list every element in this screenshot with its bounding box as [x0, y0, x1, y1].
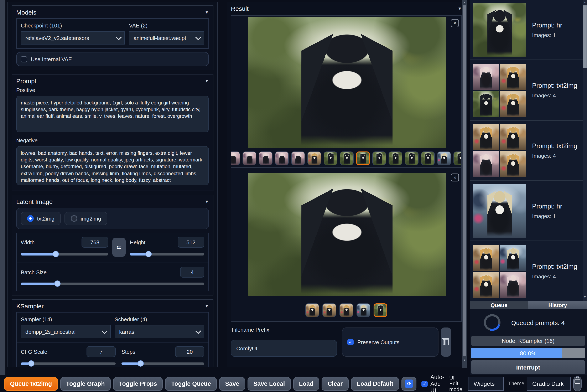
entry-thumbnail[interactable] — [473, 184, 526, 238]
entry-thumbnail[interactable] — [473, 3, 526, 56]
delete-outputs-button[interactable] — [441, 328, 451, 357]
widgets-select[interactable]: Widgets — [468, 376, 504, 391]
gallery-thumbnail[interactable] — [357, 303, 370, 317]
width-input[interactable]: 768 — [81, 237, 108, 248]
steps-slider[interactable] — [121, 362, 204, 365]
mode-img2img[interactable]: img2img — [64, 212, 107, 225]
scroll-up-icon[interactable]: ▲ — [462, 0, 467, 5]
gallery-thumbnail[interactable] — [307, 151, 321, 165]
auto-add-ui-checkbox[interactable]: ✓ — [422, 380, 428, 387]
main-scrollbar-thumb[interactable] — [463, 6, 466, 356]
batch-size-input[interactable]: 4 — [180, 267, 204, 278]
queue-panel: Queued prompts: 4 Node: KSampler (16) 80… — [470, 309, 587, 375]
height-slider[interactable] — [130, 253, 204, 256]
sidebar-scrollbar-thumb[interactable] — [583, 6, 587, 68]
history-entry[interactable]: Prompt: hr Images: 1 — [470, 0, 587, 60]
collapse-icon[interactable]: ▼ — [205, 10, 209, 14]
entry-thumbnail-grid[interactable] — [473, 64, 526, 117]
gallery-thumbnail[interactable] — [421, 151, 435, 165]
use-internal-vae-row[interactable]: Use Internal VAE — [16, 52, 209, 66]
ui-edit-mode-label: UI Edit mode — [449, 375, 465, 392]
gallery-thumbnail[interactable] — [339, 303, 353, 317]
negative-prompt-input[interactable]: lowres, bad anatomy, bad hands, text, er… — [16, 146, 209, 185]
sampler-dropdown[interactable]: dpmpp_2s_ancestral — [21, 325, 110, 338]
gallery-thumbnail[interactable] — [454, 151, 461, 165]
queue-txt2img-button[interactable]: Queue txt2img — [4, 377, 58, 390]
tab-queue[interactable]: Queue — [470, 301, 528, 309]
scheduler-dropdown[interactable]: karras — [115, 325, 204, 338]
gallery-thumbnail[interactable] — [405, 151, 419, 165]
toggle-queue-button[interactable]: Toggle Queue — [165, 377, 217, 390]
save-button[interactable]: Save — [219, 377, 245, 390]
result-gallery-strip-2 — [231, 301, 461, 319]
gallery-thumbnail[interactable] — [291, 151, 305, 165]
gallery-thumbnail[interactable] — [437, 151, 451, 165]
checkpoint-dropdown[interactable]: refslaveV2_v2.safetensors — [21, 31, 125, 44]
close-image-1-button[interactable]: ✕ — [451, 19, 459, 27]
gallery-thumbnail-selected[interactable] — [356, 151, 370, 165]
gallery-thumbnail[interactable] — [389, 151, 402, 165]
collapse-icon[interactable]: ▼ — [205, 199, 209, 204]
gallery-thumbnail[interactable] — [243, 151, 256, 165]
gallery-thumbnail[interactable] — [322, 303, 336, 317]
scroll-up-icon[interactable]: ▲ — [583, 0, 587, 5]
swap-dimensions-button[interactable]: ⇆ — [112, 238, 126, 257]
radio-unselected-icon[interactable] — [71, 215, 77, 222]
gallery-thumbnail[interactable] — [275, 151, 289, 165]
load-button[interactable]: Load — [293, 377, 319, 390]
radio-selected-icon[interactable] — [27, 215, 34, 222]
collapse-icon[interactable]: ▼ — [205, 304, 209, 308]
gallery-thumbnail[interactable] — [305, 303, 319, 317]
positive-prompt-input[interactable]: masterpiece, hyper detailed background, … — [16, 96, 209, 132]
save-local-button[interactable]: Save Local — [248, 377, 291, 390]
gallery-thumbnail-selected[interactable] — [374, 303, 387, 317]
width-label: Width — [21, 239, 34, 245]
gallery-thumbnail[interactable] — [372, 151, 386, 165]
close-image-2-button[interactable]: ✕ — [451, 174, 459, 182]
preserve-outputs-box[interactable]: ✓ Preserve Outputs — [342, 328, 439, 357]
collapse-icon[interactable]: ▼ — [458, 6, 462, 11]
vae-dropdown[interactable]: animefull-latest.vae.pt — [129, 31, 204, 44]
width-slider[interactable] — [21, 253, 108, 256]
gallery-thumbnail[interactable] — [259, 151, 272, 165]
lock-ui-button[interactable] — [574, 376, 582, 391]
scroll-down-icon[interactable]: ▼ — [462, 358, 467, 363]
collapse-icon[interactable]: ▼ — [205, 79, 209, 83]
batch-size-slider[interactable] — [21, 282, 204, 285]
clear-button[interactable]: Clear — [322, 377, 349, 390]
mode-txt2img[interactable]: txt2img — [21, 212, 61, 225]
gallery-thumbnail[interactable] — [340, 151, 354, 165]
load-default-button[interactable]: Load Default — [351, 377, 399, 390]
lock-icon — [575, 379, 580, 384]
history-entry[interactable]: Prompt: txt2img Images: 4 — [470, 60, 587, 121]
theme-select[interactable]: Gradio Dark — [527, 376, 571, 391]
scroll-down-icon[interactable]: ▼ — [583, 294, 587, 300]
height-input[interactable]: 512 — [178, 237, 204, 248]
left-edge-strip[interactable] — [0, 0, 5, 375]
filename-prefix-input[interactable]: ComfyUI — [231, 340, 337, 357]
history-entry[interactable]: Prompt: hr Images: 1 — [470, 181, 587, 241]
cfg-scale-slider[interactable] — [21, 362, 116, 365]
sidebar-scrollbar[interactable]: ▲ ▼ — [583, 0, 587, 301]
result-image-2[interactable] — [248, 173, 446, 296]
preserve-outputs-checkbox[interactable]: ✓ — [347, 339, 354, 345]
toggle-props-button[interactable]: Toggle Props — [113, 377, 163, 390]
result-image-1[interactable] — [248, 17, 446, 148]
main-scrollbar[interactable]: ▲ ▼ — [462, 0, 467, 368]
left-panel-scrollbar[interactable] — [220, 2, 224, 367]
toggle-graph-button[interactable]: Toggle Graph — [60, 377, 110, 390]
progress-percent: 80.0% — [471, 348, 585, 358]
models-group: Checkpoint (101) refslaveV2_v2.safetenso… — [16, 18, 209, 49]
history-entry[interactable]: Prompt: txt2img Images: 4 — [470, 121, 587, 181]
entry-thumbnail-grid[interactable] — [473, 124, 526, 177]
refresh-ui-button[interactable]: ⟳ — [402, 377, 417, 390]
interrupt-button[interactable]: Interrupt — [471, 360, 585, 374]
use-internal-vae-checkbox[interactable] — [21, 56, 27, 62]
history-entry[interactable]: Prompt: txt2img Images: 4 — [470, 241, 587, 301]
entry-thumbnail-grid[interactable] — [473, 245, 526, 298]
tab-history[interactable]: History — [528, 301, 587, 309]
gallery-thumbnail[interactable] — [324, 151, 337, 165]
cfg-scale-input[interactable]: 7 — [86, 346, 116, 357]
gallery-thumbnail[interactable] — [231, 151, 240, 165]
steps-input[interactable]: 20 — [175, 346, 204, 357]
